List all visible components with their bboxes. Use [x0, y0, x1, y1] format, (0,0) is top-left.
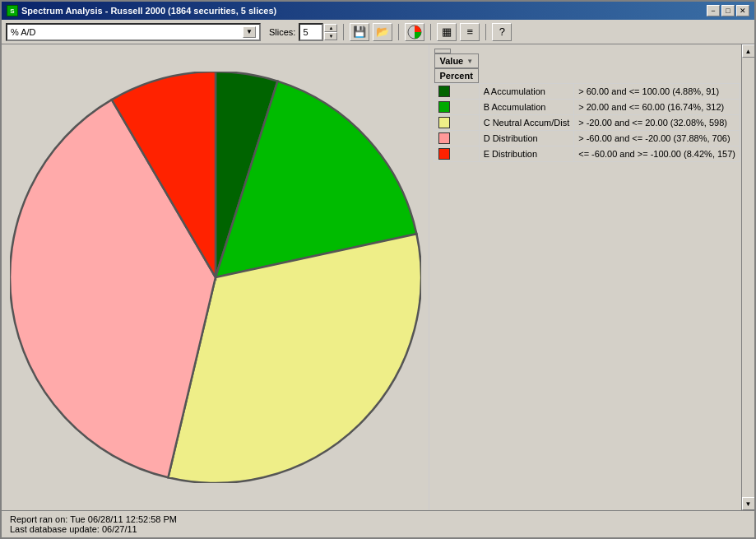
- legend-range-cell: <= -60.00 and >= -100.00 (8.42%, 157): [574, 146, 740, 162]
- toolbar-separator-3: [430, 24, 431, 40]
- app-icon: S: [7, 5, 18, 16]
- legend-swatch-cell: [434, 146, 480, 162]
- legend-area: Value ▼ Percent A Accumulation > 60.00 a…: [429, 44, 741, 510]
- legend-swatch-cell: [434, 84, 480, 100]
- slices-label: Slices:: [269, 27, 295, 37]
- legend-header: Value ▼ Percent: [434, 49, 740, 84]
- spin-buttons: ▲ ▼: [324, 24, 337, 40]
- legend-range-cell: > 60.00 and <= 100.00 (4.88%, 91): [574, 84, 740, 100]
- close-button[interactable]: ✕: [736, 5, 749, 16]
- help-button[interactable]: ?: [492, 23, 512, 41]
- minimize-button[interactable]: −: [707, 5, 720, 16]
- legend-table: Value ▼ Percent A Accumulation > 60.00 a…: [434, 49, 740, 162]
- open-button[interactable]: 📂: [373, 23, 392, 41]
- color-swatch: [438, 101, 450, 113]
- legend-label-cell: C Neutral Accum/Dist: [479, 115, 574, 131]
- right-panel: Value ▼ Percent A Accumulation > 60.00 a…: [429, 44, 754, 510]
- toolbar: % A/D ▼ Slices: 5 ▲ ▼ 💾 📂 ▦ ≡ ?: [2, 20, 754, 44]
- maximize-button[interactable]: □: [721, 5, 735, 16]
- title-bar: S Spectrum Analysis - Russell 2000 (1864…: [2, 2, 754, 20]
- legend-range-cell: > -60.00 and <= -20.00 (37.88%, 706): [574, 131, 740, 146]
- legend-swatch-cell: [434, 100, 480, 115]
- chart-area: [2, 44, 429, 510]
- dropdown-value: % A/D: [11, 27, 36, 37]
- legend-label-cell: E Distribution: [479, 146, 574, 162]
- legend-col-percent[interactable]: Percent: [434, 68, 480, 83]
- legend-row: A Accumulation > 60.00 and <= 100.00 (4.…: [434, 84, 740, 100]
- scrollbar: ▲ ▼: [741, 44, 754, 510]
- spin-up-button[interactable]: ▲: [324, 24, 337, 32]
- color-swatch: [438, 132, 450, 144]
- pie-chart: [10, 72, 421, 483]
- indicator-dropdown[interactable]: % A/D ▼: [6, 23, 261, 41]
- color-swatch: [438, 117, 450, 128]
- pie-chart-button[interactable]: [405, 23, 424, 41]
- main-content: Value ▼ Percent A Accumulation > 60.00 a…: [2, 44, 754, 510]
- legend-row: E Distribution <= -60.00 and >= -100.00 …: [434, 146, 740, 162]
- color-swatch: [438, 86, 450, 97]
- legend-range-cell: > 20.00 and <= 60.00 (16.74%, 312): [574, 100, 740, 115]
- dropdown-arrow-icon[interactable]: ▼: [243, 26, 256, 38]
- list-button[interactable]: ≡: [460, 23, 480, 41]
- legend-label-cell: D Distribution: [479, 131, 574, 146]
- legend-range-cell: > -20.00 and <= 20.00 (32.08%, 598): [574, 115, 740, 131]
- legend-row: D Distribution > -60.00 and <= -20.00 (3…: [434, 131, 740, 146]
- slices-spinner: 5 ▲ ▼: [299, 23, 337, 41]
- footer-line1: Report ran on: Tue 06/28/11 12:52:58 PM: [10, 514, 746, 524]
- legend-label-cell: B Accumulation: [479, 100, 574, 115]
- legend-label-cell: A Accumulation: [479, 84, 574, 100]
- legend-row: C Neutral Accum/Dist > -20.00 and <= 20.…: [434, 115, 740, 131]
- toolbar-separator-1: [343, 24, 344, 40]
- footer: Report ran on: Tue 06/28/11 12:52:58 PM …: [2, 510, 754, 537]
- color-swatch: [438, 148, 450, 160]
- scroll-down-button[interactable]: ▼: [742, 497, 755, 510]
- main-window: S Spectrum Analysis - Russell 2000 (1864…: [0, 0, 756, 539]
- slices-input[interactable]: 5: [299, 23, 323, 41]
- scroll-up-button[interactable]: ▲: [742, 44, 755, 58]
- legend-col-value[interactable]: Value ▼: [434, 53, 480, 68]
- grid-button[interactable]: ▦: [437, 23, 457, 41]
- legend-swatch-cell: [434, 115, 480, 131]
- footer-line2: Last database update: 06/27/11: [10, 524, 746, 534]
- toolbar-separator-2: [398, 24, 399, 40]
- legend-swatch-cell: [434, 131, 480, 146]
- title-bar-left: S Spectrum Analysis - Russell 2000 (1864…: [7, 5, 276, 16]
- toolbar-separator-4: [485, 24, 486, 40]
- spin-down-button[interactable]: ▼: [324, 32, 337, 40]
- sort-icon: ▼: [466, 58, 473, 65]
- save-button[interactable]: 💾: [350, 23, 369, 41]
- window-title: Spectrum Analysis - Russell 2000 (1864 s…: [21, 6, 276, 16]
- legend-row: B Accumulation > 20.00 and <= 60.00 (16.…: [434, 100, 740, 115]
- title-bar-controls: − □ ✕: [707, 5, 749, 16]
